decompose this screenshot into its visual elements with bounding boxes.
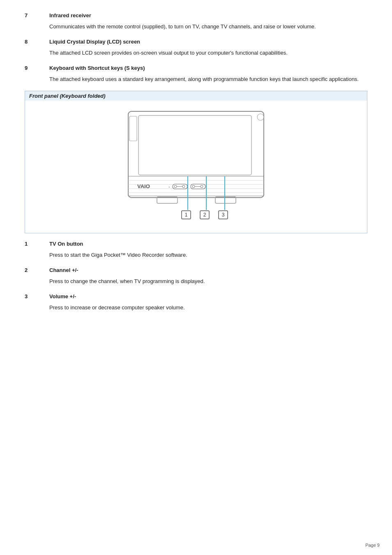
sub-section-3-header: 3 Volume +/- (25, 293, 367, 299)
sub-section-3-number: 3 (25, 293, 49, 299)
sub-section-1-title: TV On button (49, 241, 83, 247)
svg-rect-1 (138, 115, 251, 175)
sub-section-1-body: Press to start the Giga Pocket™ Video Re… (25, 251, 367, 260)
section-9-body: The attached keyboard uses a standard ke… (25, 75, 367, 84)
svg-point-14 (182, 185, 185, 188)
section-7-body: Communicates with the remote control (su… (25, 23, 367, 31)
sub-section-3-body: Press to increase or decrease computer s… (25, 304, 367, 312)
svg-text:3: 3 (222, 212, 225, 218)
sub-section-1-header: 1 TV On button (25, 241, 367, 247)
section-8: 8 Liquid Crystal Display (LCD) screen Th… (25, 39, 367, 58)
front-panel-box: Front panel (Keyboard folded) VAIO (25, 91, 367, 233)
sub-section-3: 3 Volume +/- Press to increase or decrea… (25, 293, 367, 312)
section-7-title: Infrared receiver (49, 12, 91, 18)
section-9-title: Keyboard with Shortcut keys (S keys) (49, 65, 145, 71)
sub-section-2-header: 2 Channel +/- (25, 267, 367, 273)
svg-point-12 (174, 185, 177, 188)
section-8-number: 8 (25, 39, 49, 45)
sub-section-2-title: Channel +/- (49, 267, 78, 273)
section-8-header: 8 Liquid Crystal Display (LCD) screen (25, 39, 367, 45)
section-7: 7 Infrared receiver Communicates with th… (25, 12, 367, 31)
section-8-body: The attached LCD screen provides on-scre… (25, 49, 367, 58)
tv-diagram: VAIO - (116, 107, 276, 222)
svg-text:2: 2 (203, 212, 206, 218)
sub-section-3-title: Volume +/- (49, 293, 76, 299)
section-9: 9 Keyboard with Shortcut keys (S keys) T… (25, 65, 367, 84)
svg-point-3 (257, 114, 264, 120)
page-content: 7 Infrared receiver Communicates with th… (0, 0, 392, 344)
svg-point-18 (201, 185, 203, 188)
sub-section-2-body: Press to change the channel, when TV pro… (25, 277, 367, 286)
front-panel-title: Front panel (Keyboard folded) (25, 91, 367, 101)
section-8-title: Liquid Crystal Display (LCD) screen (49, 39, 140, 45)
section-9-number: 9 (25, 65, 49, 71)
svg-text:1: 1 (185, 212, 188, 218)
front-panel-content: VAIO - (25, 101, 367, 233)
section-7-header: 7 Infrared receiver (25, 12, 367, 18)
svg-rect-2 (129, 116, 137, 141)
sub-section-1: 1 TV On button Press to start the Giga P… (25, 241, 367, 260)
section-9-header: 9 Keyboard with Shortcut keys (S keys) (25, 65, 367, 71)
sub-section-2-number: 2 (25, 267, 49, 273)
sub-section-2: 2 Channel +/- Press to change the channe… (25, 267, 367, 286)
page-number: Page 9 (365, 543, 380, 548)
svg-point-16 (192, 185, 195, 188)
sub-section-1-number: 1 (25, 241, 49, 247)
section-7-number: 7 (25, 12, 49, 18)
svg-text:-: - (168, 184, 170, 189)
